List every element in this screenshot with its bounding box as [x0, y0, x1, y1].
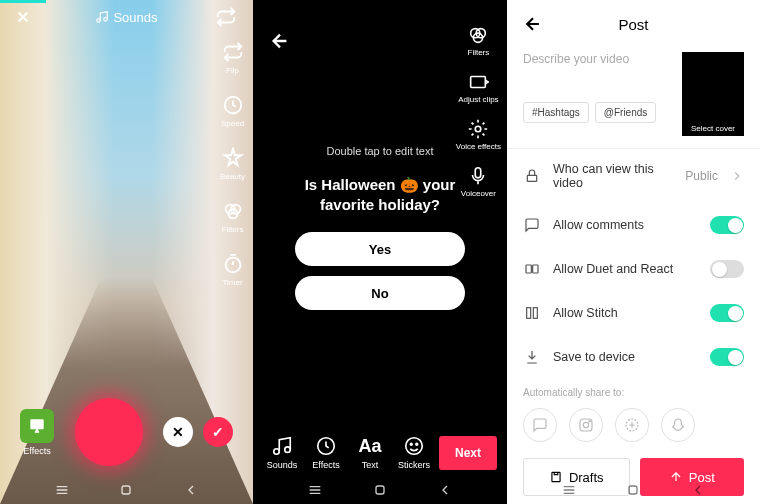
- filters-tool[interactable]: Filters: [467, 24, 489, 57]
- svg-point-16: [285, 447, 291, 453]
- share-label: Automatically share to:: [507, 379, 760, 408]
- select-cover-button[interactable]: Select cover: [682, 52, 744, 136]
- svg-point-28: [583, 422, 588, 427]
- effects-button[interactable]: Effects: [20, 409, 54, 456]
- svg-point-15: [274, 449, 280, 455]
- voiceover-tool[interactable]: Voiceover: [461, 165, 496, 198]
- nav-recents-icon[interactable]: [307, 482, 323, 498]
- back-button[interactable]: [269, 30, 291, 52]
- confirm-button[interactable]: ✓: [203, 417, 233, 447]
- svg-rect-25: [527, 308, 531, 319]
- share-snapchat-icon[interactable]: [661, 408, 695, 442]
- android-nav: [507, 476, 760, 504]
- nav-home-icon[interactable]: [372, 482, 388, 498]
- svg-rect-8: [122, 486, 130, 494]
- nav-recents-icon[interactable]: [561, 482, 577, 498]
- cover-label: Select cover: [682, 124, 744, 133]
- comment-icon: [523, 217, 541, 233]
- flip-tool[interactable]: Flip: [221, 40, 245, 75]
- stickers-tool[interactable]: Stickers: [395, 435, 433, 470]
- stitch-icon: [523, 305, 541, 321]
- nav-recents-icon[interactable]: [54, 482, 70, 498]
- svg-point-20: [416, 443, 418, 445]
- svg-point-0: [97, 19, 101, 23]
- sounds-tool[interactable]: Sounds: [263, 435, 301, 470]
- beauty-tool[interactable]: Beauty: [220, 146, 245, 181]
- svg-rect-14: [476, 168, 482, 178]
- next-button[interactable]: Next: [439, 436, 497, 470]
- close-icon[interactable]: [14, 8, 38, 26]
- adjust-clips-tool[interactable]: Adjust clips: [458, 71, 498, 104]
- svg-rect-23: [526, 265, 531, 273]
- effects-tool[interactable]: Effects: [307, 435, 345, 470]
- nav-home-icon[interactable]: [118, 482, 134, 498]
- svg-point-1: [104, 18, 108, 21]
- privacy-setting[interactable]: Who can view this video Public: [507, 149, 760, 203]
- svg-point-13: [476, 126, 482, 132]
- friends-button[interactable]: @Friends: [595, 102, 657, 123]
- android-nav: [253, 476, 507, 504]
- duet-icon: [523, 261, 541, 277]
- stitch-setting: Allow Stitch: [507, 291, 760, 335]
- lock-icon: [523, 168, 541, 184]
- nav-back-icon[interactable]: [437, 482, 453, 498]
- android-nav: [0, 476, 253, 504]
- record-button[interactable]: [75, 398, 143, 466]
- download-icon: [523, 349, 541, 365]
- hashtags-button[interactable]: #Hashtags: [523, 102, 589, 123]
- nav-home-icon[interactable]: [625, 482, 641, 498]
- speed-tool[interactable]: Speed: [221, 93, 245, 128]
- svg-point-29: [589, 421, 590, 422]
- comments-setting: Allow comments: [507, 203, 760, 247]
- sounds-button[interactable]: Sounds: [95, 10, 157, 25]
- share-message-icon[interactable]: [523, 408, 557, 442]
- duet-setting: Allow Duet and React: [507, 247, 760, 291]
- nav-back-icon[interactable]: [183, 482, 199, 498]
- svg-rect-24: [533, 265, 538, 273]
- poll-no-button[interactable]: No: [295, 276, 465, 310]
- comments-toggle[interactable]: [710, 216, 744, 234]
- voice-effects-tool[interactable]: Voice effects: [456, 118, 501, 151]
- svg-point-19: [410, 443, 412, 445]
- svg-rect-21: [376, 486, 384, 494]
- description-input[interactable]: Describe your video: [523, 52, 672, 66]
- duet-toggle[interactable]: [710, 260, 744, 278]
- effects-label: Effects: [23, 446, 50, 456]
- edit-hint: Double tap to edit text: [283, 145, 477, 157]
- timer-tool[interactable]: Timer: [221, 252, 245, 287]
- save-toggle[interactable]: [710, 348, 744, 366]
- page-title: Post: [523, 16, 744, 33]
- share-instagram-icon[interactable]: [569, 408, 603, 442]
- svg-rect-32: [629, 486, 637, 494]
- flip-icon[interactable]: [215, 6, 239, 28]
- svg-rect-26: [533, 308, 537, 319]
- record-progress: [0, 0, 46, 3]
- svg-rect-22: [527, 175, 536, 181]
- text-tool[interactable]: AaText: [351, 436, 389, 470]
- svg-point-6: [225, 258, 240, 273]
- filters-tool[interactable]: Filters: [221, 199, 245, 234]
- cancel-button[interactable]: ✕: [163, 417, 193, 447]
- save-setting: Save to device: [507, 335, 760, 379]
- sounds-label: Sounds: [113, 10, 157, 25]
- poll-question[interactable]: Is Halloween 🎃 your favorite holiday?: [283, 175, 477, 214]
- svg-point-18: [406, 438, 423, 455]
- nav-back-icon[interactable]: [690, 482, 706, 498]
- chevron-right-icon: [730, 169, 744, 183]
- svg-rect-12: [471, 77, 486, 88]
- share-stories-icon[interactable]: [615, 408, 649, 442]
- stitch-toggle[interactable]: [710, 304, 744, 322]
- poll-yes-button[interactable]: Yes: [295, 232, 465, 266]
